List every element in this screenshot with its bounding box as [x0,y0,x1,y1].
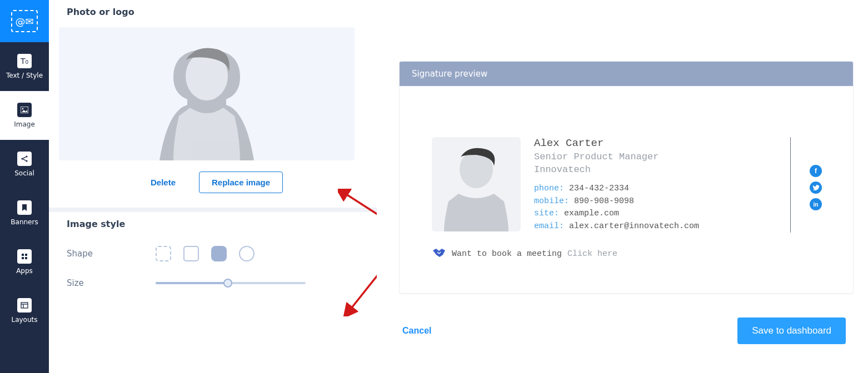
phone-value: 234-432-2334 [569,184,629,193]
mobile-value: 890-908-9098 [574,196,634,206]
person-placeholder-icon [432,137,521,231]
sidebar-item-image[interactable]: Image [0,91,49,140]
preview-column: Signature preview Alex Carter Senior Pr [377,0,868,373]
sidebar-item-label: Banners [11,218,38,226]
layout-icon [17,298,32,312]
photo-section: Photo or logo Delete Replace image [49,0,377,212]
svg-rect-6 [25,254,27,256]
preview-header: Signature preview [400,62,853,86]
text-icon: T₀ [17,54,32,68]
email-value: alex.carter@innovatech.com [569,221,699,231]
size-slider[interactable] [156,282,306,284]
svg-rect-7 [22,257,24,259]
email-label: email: [534,221,564,231]
bookmark-icon [17,200,32,215]
sidebar-item-label: Image [14,120,35,128]
sidebar-item-label: Social [14,169,34,177]
shape-option-rounded[interactable] [211,246,227,261]
delete-button[interactable]: Delete [147,177,179,188]
sidebar-item-label: Apps [16,267,33,275]
svg-rect-0 [21,107,28,113]
mobile-label: mobile: [534,196,569,206]
grid-icon [17,249,32,264]
shape-option-circle[interactable] [239,246,255,261]
share-icon [17,152,32,166]
meeting-text: Want to book a meeting [452,249,562,259]
image-style-title: Image style [67,219,363,229]
image-icon [17,103,32,117]
signature-preview-panel: Signature preview Alex Carter Senior Pr [399,61,854,294]
slider-fill [156,282,228,284]
envelope-stamp-icon: @✉ [11,10,38,32]
save-button[interactable]: Save to dashboard [737,317,846,344]
svg-rect-5 [22,254,24,256]
linkedin-icon[interactable]: in [810,198,822,210]
size-label: Size [67,278,139,288]
editor-panel: Photo or logo Delete Replace image Image… [49,0,377,373]
shape-option-square[interactable] [183,246,199,261]
photo-section-title: Photo or logo [67,7,363,17]
signature-divider [790,137,791,233]
slider-thumb[interactable] [223,279,232,288]
meeting-link[interactable]: Click here [567,249,617,259]
svg-rect-8 [25,257,27,259]
sidebar-item-label: Layouts [11,316,37,324]
phone-label: phone: [534,184,564,193]
signature-photo [432,137,521,231]
shape-label: Shape [67,249,139,259]
handshake-icon [432,247,446,261]
svg-point-1 [22,108,24,110]
signature-company: Innovatech [534,164,771,175]
shape-options [156,246,255,261]
app-logo[interactable]: @✉ [0,0,49,42]
site-label: site: [534,209,559,218]
svg-rect-9 [21,303,28,308]
sidebar-item-label: Text / Style [6,72,43,79]
meeting-cta: Want to book a meeting Click here [432,247,822,261]
twitter-icon[interactable] [810,182,822,194]
sidebar: @✉ T₀ Text / Style Image Social Banners [0,0,49,373]
signature-body: Alex Carter Senior Product Manager Innov… [400,86,853,293]
shape-option-none[interactable] [156,246,171,261]
signature-name: Alex Carter [534,137,771,149]
site-value: example.com [564,209,619,218]
cancel-button[interactable]: Cancel [399,325,435,336]
image-style-section: Image style Shape Size [49,212,377,319]
sidebar-item-apps[interactable]: Apps [0,238,49,286]
facebook-icon[interactable]: f [810,165,822,177]
sidebar-item-layouts[interactable]: Layouts [0,286,49,335]
sidebar-item-text-style[interactable]: T₀ Text / Style [0,42,49,91]
replace-image-button[interactable]: Replace image [199,172,283,193]
sidebar-item-banners[interactable]: Banners [0,189,49,238]
person-placeholder-icon [151,27,262,160]
signature-title: Senior Product Manager [534,152,771,162]
photo-preview[interactable] [59,27,355,160]
sidebar-item-social[interactable]: Social [0,140,49,189]
